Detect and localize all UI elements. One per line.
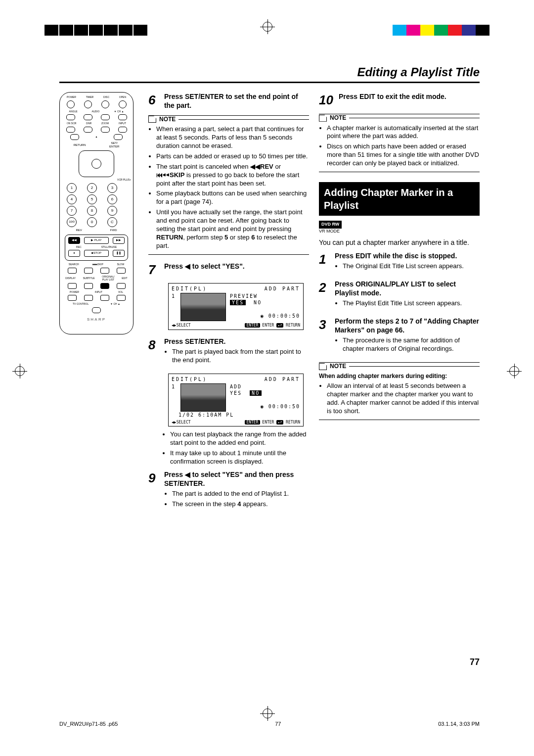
- brand-logo: SHARP: [62, 317, 131, 322]
- section-heading: Adding Chapter Marker in a Playlist: [319, 182, 480, 216]
- step-6: 6 Press SET/ENTER to set the end point o…: [148, 92, 309, 110]
- note-list: When erasing a part, select a part that …: [148, 125, 309, 250]
- right-step-2: 2 Press ORIGINAL/PLAY LIST to select Pla…: [319, 280, 480, 312]
- remote-control-diagram: POWERTIMERDISCOPEN ANGLEAUDIO▼ CH ▲ ON S…: [59, 92, 134, 334]
- right-step-1: 1 Press EDIT while the disc is stopped. …: [319, 251, 480, 275]
- step-8: 8 Press SET/ENTER. The part is played ba…: [148, 337, 309, 369]
- page-title: Editing a Playlist Title: [59, 64, 480, 83]
- crop-mark-right: [509, 366, 519, 376]
- transport-controls: ◀◀▶ PLAY▶▶ RECSTILL/PAUSE ●■STOP❚❚: [65, 235, 128, 261]
- crop-mark-bottom: [263, 709, 272, 718]
- crop-mark-left: [15, 366, 25, 376]
- print-footer: DV_RW2U#p71-85 .p65 77 03.1.14, 3:03 PM: [59, 720, 480, 727]
- dpad: [79, 150, 114, 177]
- page-number: 77: [470, 657, 480, 668]
- note-heading: NOTE: [319, 114, 480, 122]
- right-step-3: 3 Perform the steps 2 to 7 of "Adding Ch…: [319, 317, 480, 357]
- page-content: Editing a Playlist Title POWERTIMERDISCO…: [59, 64, 480, 673]
- note-heading: NOTE: [319, 362, 480, 371]
- preview-screen-1: EDIT(PL)ADD PART 1 PREVIEW YES NO ◉ 00:0…: [168, 283, 304, 330]
- step-7: 7 Press ◀ to select "YES".: [148, 262, 309, 279]
- preview-screen-2: EDIT(PL)ADD PART 1 ADD YES NO ◉ 00:00:50…: [168, 374, 304, 426]
- step-10: 10 Press EDIT to exit the edit mode.: [319, 92, 480, 109]
- dvd-rw-badge: DVD RW: [319, 221, 342, 229]
- crop-mark-top: [263, 22, 272, 32]
- note-heading: NOTE: [148, 115, 309, 124]
- main-column: 6 Press SET/ENTER to set the end point o…: [148, 92, 309, 518]
- step-9: 9 Press ◀ to select "YES" and then press…: [148, 470, 309, 513]
- thumbnail-image: [180, 383, 226, 412]
- right-column: 10 Press EDIT to exit the edit mode. NOT…: [319, 92, 480, 518]
- thumbnail-image: [180, 293, 226, 321]
- remote-column: POWERTIMERDISCOPEN ANGLEAUDIO▼ CH ▲ ON S…: [59, 92, 138, 518]
